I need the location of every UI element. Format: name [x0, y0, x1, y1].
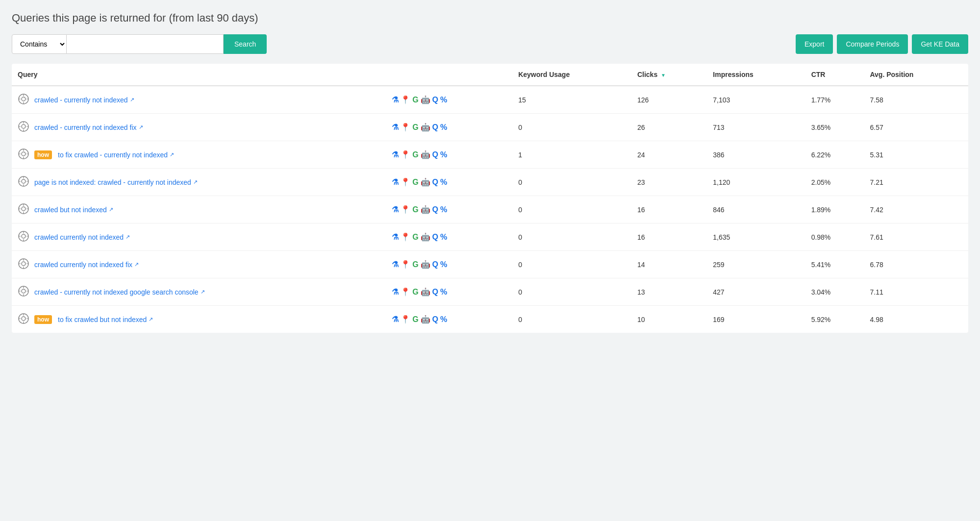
avg-position-cell: 7.21 [864, 169, 968, 196]
get-ke-data-button[interactable]: Get KE Data [912, 34, 968, 54]
query-link[interactable]: crawled - currently not indexed google s… [34, 288, 205, 296]
query-link[interactable]: to fix crawled but not indexed↗ [58, 316, 153, 323]
icon-google[interactable]: G [412, 315, 418, 324]
query-cell: crawled currently not indexed↗ [12, 223, 386, 251]
compare-periods-button[interactable]: Compare Periods [837, 34, 908, 54]
icon-google[interactable]: G [412, 123, 418, 132]
filter-select[interactable]: Contains Starts with Exact [12, 34, 67, 54]
icon-beaker[interactable]: ⚗ [392, 95, 399, 104]
query-tag: how [34, 315, 52, 324]
keyword-usage-cell: 0 [512, 306, 631, 333]
icon-google[interactable]: G [412, 150, 418, 159]
icon-location[interactable]: 📍 [401, 95, 410, 104]
col-query: Query [12, 64, 386, 86]
clicks-cell: 13 [631, 278, 707, 306]
icon-location[interactable]: 📍 [401, 287, 410, 297]
keyword-icons-cell: ⚗ 📍 G 🤖 Q % [386, 196, 512, 223]
avg-position-cell: 7.61 [864, 223, 968, 251]
icon-beaker[interactable]: ⚗ [392, 150, 399, 159]
icon-search-q[interactable]: Q [432, 150, 438, 159]
icon-location[interactable]: 📍 [401, 150, 410, 159]
query-link[interactable]: crawled currently not indexed fix↗ [34, 261, 139, 269]
clicks-cell: 10 [631, 306, 707, 333]
icon-search-q[interactable]: Q [432, 233, 438, 242]
icon-search-q[interactable]: Q [432, 315, 438, 324]
col-impressions: Impressions [707, 64, 805, 86]
icon-google[interactable]: G [412, 96, 418, 104]
clicks-cell: 14 [631, 251, 707, 278]
export-button[interactable]: Export [796, 34, 833, 54]
icon-search-q[interactable]: Q [432, 260, 438, 269]
icon-beaker[interactable]: ⚗ [392, 315, 399, 324]
icon-chat[interactable]: 🤖 [421, 95, 430, 104]
icon-percent[interactable]: % [440, 233, 447, 242]
icon-beaker[interactable]: ⚗ [392, 177, 399, 187]
keyword-usage-cell: 0 [512, 251, 631, 278]
icon-beaker[interactable]: ⚗ [392, 232, 399, 242]
icon-beaker[interactable]: ⚗ [392, 260, 399, 269]
query-cell: crawled - currently not indexed↗ [12, 86, 386, 114]
icon-search-q[interactable]: Q [432, 205, 438, 214]
ctr-cell: 1.89% [805, 196, 864, 223]
external-link-icon: ↗ [139, 124, 143, 130]
icon-percent[interactable]: % [440, 315, 447, 324]
clicks-cell: 26 [631, 114, 707, 141]
icon-google[interactable]: G [412, 260, 418, 269]
icon-chat[interactable]: 🤖 [421, 287, 430, 297]
query-link[interactable]: crawled currently not indexed↗ [34, 233, 130, 241]
icon-search-q[interactable]: Q [432, 178, 438, 187]
page-title: Queries this page is returned for (from … [12, 12, 968, 25]
toolbar: Contains Starts with Exact Search Export… [12, 34, 968, 54]
icon-chat[interactable]: 🤖 [421, 260, 430, 269]
icon-chat[interactable]: 🤖 [421, 205, 430, 214]
ctr-cell: 5.41% [805, 251, 864, 278]
icon-percent[interactable]: % [440, 205, 447, 214]
icon-beaker[interactable]: ⚗ [392, 205, 399, 214]
icon-location[interactable]: 📍 [401, 315, 410, 324]
col-clicks[interactable]: Clicks ▼ [631, 64, 707, 86]
icon-location[interactable]: 📍 [401, 123, 410, 132]
keyword-usage-cell: 0 [512, 278, 631, 306]
icon-chat[interactable]: 🤖 [421, 150, 430, 159]
icon-beaker[interactable]: ⚗ [392, 287, 399, 297]
query-link[interactable]: crawled but not indexed↗ [34, 206, 113, 214]
avg-position-cell: 7.42 [864, 196, 968, 223]
icon-google[interactable]: G [412, 233, 418, 242]
icon-search-q[interactable]: Q [432, 288, 438, 297]
icon-percent[interactable]: % [440, 288, 447, 297]
external-link-icon: ↗ [149, 316, 153, 323]
ctr-cell: 3.04% [805, 278, 864, 306]
icon-location[interactable]: 📍 [401, 177, 410, 187]
icon-location[interactable]: 📍 [401, 260, 410, 269]
icon-percent[interactable]: % [440, 96, 447, 104]
query-link[interactable]: page is not indexed: crawled - currently… [34, 178, 198, 186]
icon-search-q[interactable]: Q [432, 123, 438, 132]
icon-location[interactable]: 📍 [401, 232, 410, 242]
icon-search-q[interactable]: Q [432, 96, 438, 104]
ctr-cell: 6.22% [805, 141, 864, 169]
icon-chat[interactable]: 🤖 [421, 315, 430, 324]
icon-chat[interactable]: 🤖 [421, 232, 430, 242]
keyword-icons-cell: ⚗ 📍 G 🤖 Q % [386, 278, 512, 306]
icon-chat[interactable]: 🤖 [421, 123, 430, 132]
icon-google[interactable]: G [412, 205, 418, 214]
icon-location[interactable]: 📍 [401, 205, 410, 214]
icon-beaker[interactable]: ⚗ [392, 123, 399, 132]
search-input[interactable] [67, 34, 224, 54]
icon-percent[interactable]: % [440, 178, 447, 187]
icon-percent[interactable]: % [440, 150, 447, 159]
query-link[interactable]: crawled - currently not indexed fix↗ [34, 124, 143, 131]
icon-percent[interactable]: % [440, 123, 447, 132]
icon-chat[interactable]: 🤖 [421, 177, 430, 187]
query-link[interactable]: crawled - currently not indexed↗ [34, 96, 134, 104]
query-link[interactable]: to fix crawled - currently not indexed↗ [58, 151, 174, 159]
query-cell: howto fix crawled but not indexed↗ [12, 306, 386, 333]
icon-percent[interactable]: % [440, 260, 447, 269]
keyword-usage-cell: 0 [512, 196, 631, 223]
icon-google[interactable]: G [412, 178, 418, 187]
impressions-cell: 259 [707, 251, 805, 278]
icon-google[interactable]: G [412, 288, 418, 297]
search-button[interactable]: Search [224, 34, 267, 54]
col-avg-position: Avg. Position [864, 64, 968, 86]
col-ctr: CTR [805, 64, 864, 86]
